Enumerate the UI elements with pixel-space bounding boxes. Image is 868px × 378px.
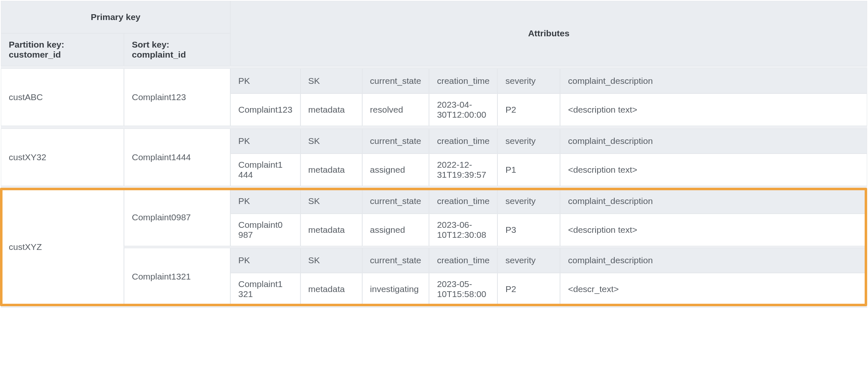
attr-col-header: complaint_description	[560, 129, 867, 154]
attr-value-cell: P1	[497, 154, 560, 186]
attr-col-header: complaint_description	[560, 68, 867, 93]
attr-col-header: current_state	[362, 68, 429, 93]
attr-value-cell: metadata	[300, 214, 362, 246]
partition-key-cell: custXY32	[1, 129, 124, 186]
attr-value-cell: P2	[497, 93, 560, 126]
attr-value-cell: assigned	[362, 214, 429, 246]
attr-value-cell: 2023-05- 10T15:58:00	[429, 273, 497, 305]
partition-key-cell: custABC	[1, 68, 124, 126]
attr-col-header: SK	[300, 189, 362, 214]
dynamodb-table: Primary key Attributes Partition key: cu…	[1, 1, 867, 308]
item-header-row: custABCComplaint123PKSKcurrent_statecrea…	[1, 68, 867, 93]
schema-table: Primary key Attributes Partition key: cu…	[1, 1, 867, 308]
primary-key-header: Primary key	[1, 1, 230, 33]
attr-col-header: creation_time	[429, 68, 497, 93]
attr-value-cell: <descr_text>	[560, 273, 867, 305]
attr-value-cell: metadata	[300, 273, 362, 305]
attributes-header: Attributes	[230, 1, 867, 66]
attr-col-header: PK	[230, 189, 300, 214]
attr-value-cell: resolved	[362, 93, 429, 126]
attr-value-cell: Complaint123	[230, 93, 300, 126]
attr-value-cell: metadata	[300, 93, 362, 126]
attr-value-cell: P3	[497, 214, 560, 246]
attr-col-header: current_state	[362, 129, 429, 154]
attr-col-header: PK	[230, 248, 300, 273]
attr-col-header: severity	[497, 248, 560, 273]
item-header-row: custXYZComplaint0987PKSKcurrent_statecre…	[1, 189, 867, 214]
attr-value-cell: Complaint0 987	[230, 214, 300, 246]
attr-col-header: PK	[230, 129, 300, 154]
attr-value-cell: 2022-12- 31T19:39:57	[429, 154, 497, 186]
attr-value-cell: <description text>	[560, 93, 867, 126]
attr-col-header: current_state	[362, 189, 429, 214]
attr-col-header: complaint_description	[560, 248, 867, 273]
attr-col-header: current_state	[362, 248, 429, 273]
attr-value-cell: metadata	[300, 154, 362, 186]
attr-value-cell: <description text>	[560, 214, 867, 246]
attr-value-cell: P2	[497, 273, 560, 305]
attr-value-cell: assigned	[362, 154, 429, 186]
item-header-row: Complaint1321PKSKcurrent_statecreation_t…	[1, 248, 867, 273]
attr-col-header: PK	[230, 68, 300, 93]
attr-col-header: complaint_description	[560, 189, 867, 214]
partition-key-cell: custXYZ	[1, 189, 124, 305]
attr-col-header: creation_time	[429, 129, 497, 154]
attr-col-header: SK	[300, 68, 362, 93]
attr-value-cell: Complaint1 321	[230, 273, 300, 305]
attr-col-header: severity	[497, 189, 560, 214]
sort-key-cell: Complaint1444	[124, 129, 230, 186]
attr-col-header: creation_time	[429, 248, 497, 273]
attr-col-header: creation_time	[429, 189, 497, 214]
header-row-1: Primary key Attributes	[1, 1, 867, 33]
attr-value-cell: 2023-04- 30T12:00:00	[429, 93, 497, 126]
attr-col-header: severity	[497, 129, 560, 154]
attr-col-header: SK	[300, 129, 362, 154]
attr-col-header: severity	[497, 68, 560, 93]
item-header-row: custXY32Complaint1444PKSKcurrent_statecr…	[1, 129, 867, 154]
sort-key-cell: Complaint0987	[124, 189, 230, 246]
partition-key-header: Partition key: customer_id	[1, 33, 124, 66]
attr-value-cell: 2023-06- 10T12:30:08	[429, 214, 497, 246]
attr-value-cell: <description text>	[560, 154, 867, 186]
attr-value-cell: investigating	[362, 273, 429, 305]
sort-key-cell: Complaint123	[124, 68, 230, 126]
attr-col-header: SK	[300, 248, 362, 273]
sort-key-cell: Complaint1321	[124, 248, 230, 305]
sort-key-header: Sort key: complaint_id	[124, 33, 230, 66]
attr-value-cell: Complaint1 444	[230, 154, 300, 186]
